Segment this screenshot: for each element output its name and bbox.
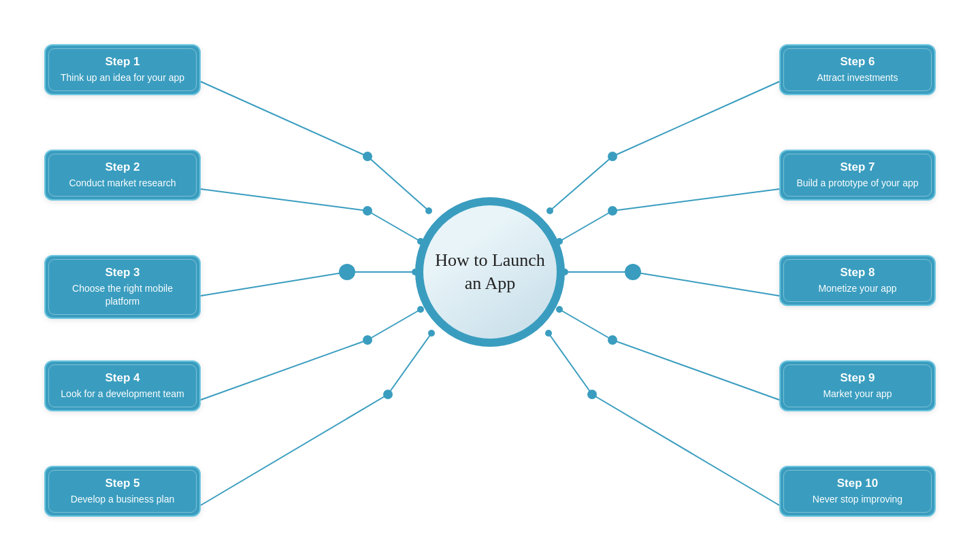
step-6-desc: Attract investments [791,71,924,84]
svg-point-21 [363,206,372,216]
svg-line-13 [559,211,612,241]
svg-line-6 [201,340,368,400]
svg-line-7 [368,309,421,340]
svg-line-10 [612,82,779,156]
svg-line-18 [592,394,779,505]
diagram-container: How to Launchan App Step 1 Think up an i… [0,0,980,544]
svg-point-30 [425,207,432,214]
step-card-7: Step 7 Build a prototype of your app [779,150,936,201]
step-4-number: Step 4 [56,371,189,385]
step-10-number: Step 10 [791,477,924,490]
svg-line-12 [612,189,779,211]
svg-point-38 [556,306,563,313]
step-1-number: Step 1 [56,55,189,69]
step-4-desc: Look for a development team [56,388,189,401]
step-card-3: Step 3 Choose the right mobile platform [44,255,201,319]
center-title: How to Launchan App [435,249,545,295]
svg-line-0 [201,82,368,156]
svg-point-29 [587,390,597,399]
svg-line-8 [201,394,388,505]
svg-line-2 [201,189,368,211]
step-card-5: Step 5 Develop a business plan [44,466,201,517]
svg-line-14 [633,272,779,296]
step-8-desc: Monetize your app [791,282,924,295]
svg-point-20 [363,152,372,161]
step-3-desc: Choose the right mobile platform [56,282,189,308]
svg-point-33 [417,306,424,313]
step-10-desc: Never stop improving [791,493,924,506]
svg-point-26 [608,206,617,216]
step-card-9: Step 9 Market your app [779,360,936,411]
step-7-desc: Build a prototype of your app [791,177,924,190]
step-5-desc: Develop a business plan [56,493,189,506]
step-card-2: Step 2 Conduct market research [44,150,201,201]
step-card-4: Step 4 Look for a development team [44,360,201,411]
svg-point-35 [546,207,553,214]
svg-line-17 [559,309,612,340]
svg-line-3 [368,211,421,241]
step-7-number: Step 7 [791,160,924,174]
step-8-number: Step 8 [791,266,924,279]
step-card-8: Step 8 Monetize your app [779,255,936,306]
step-5-number: Step 5 [56,477,189,490]
step-9-desc: Market your app [791,388,924,401]
svg-line-11 [550,156,612,211]
svg-point-28 [608,335,617,345]
svg-point-27 [625,264,641,280]
svg-point-22 [339,264,355,280]
svg-point-25 [608,152,617,161]
step-2-desc: Conduct market research [56,177,189,190]
step-card-1: Step 1 Think up an idea for your app [44,44,201,95]
svg-line-9 [388,333,431,394]
svg-point-39 [545,330,552,337]
svg-line-19 [549,333,592,394]
svg-point-24 [383,390,393,399]
svg-line-16 [612,340,779,400]
step-6-number: Step 6 [791,55,924,69]
svg-point-34 [428,330,435,337]
step-9-number: Step 9 [791,371,924,385]
svg-line-4 [201,272,347,296]
svg-point-23 [363,335,372,345]
svg-line-1 [368,156,429,211]
center-circle: How to Launchan App [415,197,565,347]
step-card-10: Step 10 Never stop improving [779,466,936,517]
step-3-number: Step 3 [56,266,189,279]
step-2-number: Step 2 [56,160,189,174]
step-card-6: Step 6 Attract investments [779,44,936,95]
step-1-desc: Think up an idea for your app [56,71,189,84]
